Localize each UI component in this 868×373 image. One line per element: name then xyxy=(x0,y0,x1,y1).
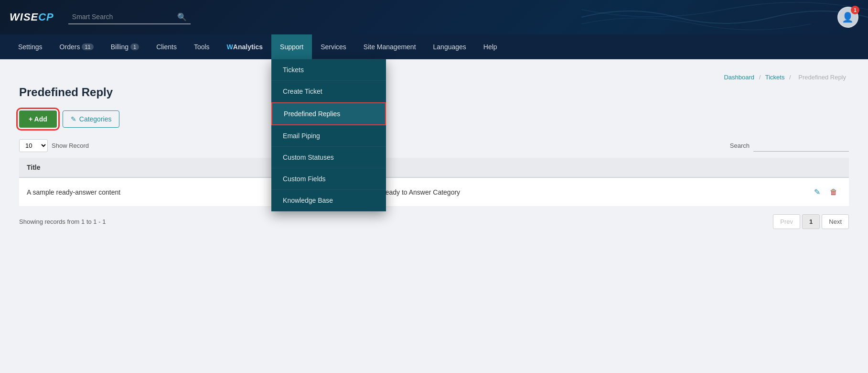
table-controls: 10 25 50 100 Show Record Search xyxy=(19,139,849,152)
pagination-area: Showing records from 1 to 1 - 1 Prev 1 N… xyxy=(19,214,849,229)
delete-button[interactable]: 🗑 xyxy=(826,185,841,199)
sidebar-item-tools[interactable]: Tools xyxy=(185,34,218,59)
sidebar-item-support[interactable]: Support xyxy=(271,34,312,59)
breadcrumb-sep2: / xyxy=(789,74,791,81)
sidebar-item-billing[interactable]: Billing 1 xyxy=(102,34,148,59)
search-control: Search xyxy=(730,140,849,152)
avatar[interactable]: 👤 1 xyxy=(837,7,858,28)
navbar: Settings Orders 11 Billing 1 Clients Too… xyxy=(0,34,868,59)
search-box: 🔍 xyxy=(68,11,191,24)
row-category: Sample Ready to Answer Category xyxy=(348,177,709,207)
search-label: Search xyxy=(730,142,750,149)
sidebar-item-site-management[interactable]: Site Management xyxy=(355,34,425,59)
main-content: Dashboard / Tickets / Predefined Reply P… xyxy=(0,59,868,373)
prev-page-button[interactable]: Prev xyxy=(773,214,800,229)
search-submit-button[interactable]: 🔍 xyxy=(177,12,187,22)
dropdown-item-create-ticket[interactable]: Create Ticket xyxy=(271,81,386,102)
breadcrumb-dashboard[interactable]: Dashboard xyxy=(724,74,754,81)
notification-badge: 1 xyxy=(851,6,859,14)
dropdown-item-tickets[interactable]: Tickets xyxy=(271,59,386,81)
data-table: Title Category A sample ready-answer con… xyxy=(19,158,849,207)
topbar: WISECP 🔍 👤 1 xyxy=(0,0,868,34)
sidebar-item-services[interactable]: Services xyxy=(312,34,355,59)
breadcrumb: Dashboard / Tickets / Predefined Reply xyxy=(19,74,849,81)
dropdown-item-custom-fields[interactable]: Custom Fields xyxy=(271,168,386,190)
pagination-buttons: Prev 1 Next xyxy=(773,214,849,229)
categories-button[interactable]: ✎ Categories xyxy=(63,110,120,128)
page-title: Predefined Reply xyxy=(19,86,849,99)
showing-records: Showing records from 1 to 1 - 1 xyxy=(19,218,106,225)
add-button[interactable]: + Add xyxy=(19,110,57,128)
sidebar-item-languages[interactable]: Languages xyxy=(425,34,475,59)
breadcrumb-current: Predefined Reply xyxy=(798,74,846,81)
topbar-right: 👤 1 xyxy=(837,7,858,28)
table-row: A sample ready-answer content Sample Rea… xyxy=(19,177,849,207)
dropdown-item-custom-statuses[interactable]: Custom Statuses xyxy=(271,147,386,168)
col-category: Category xyxy=(348,158,709,177)
table-search-input[interactable] xyxy=(753,140,849,152)
sidebar-item-help[interactable]: Help xyxy=(475,34,506,59)
toolbar: + Add ✎ Categories xyxy=(19,110,849,128)
next-page-button[interactable]: Next xyxy=(822,214,849,229)
breadcrumb-tickets[interactable]: Tickets xyxy=(765,74,785,81)
page-1-button[interactable]: 1 xyxy=(802,214,820,229)
dropdown-item-email-piping[interactable]: Email Piping xyxy=(271,125,386,147)
sidebar-item-orders[interactable]: Orders 11 xyxy=(51,34,102,59)
col-actions xyxy=(709,158,849,177)
sidebar-item-clients[interactable]: Clients xyxy=(148,34,185,59)
records-per-page: 10 25 50 100 Show Record xyxy=(19,139,89,152)
support-dropdown-container: Support Tickets Create Ticket Predefined… xyxy=(271,34,312,59)
search-input[interactable] xyxy=(72,13,177,21)
dropdown-item-predefined-replies[interactable]: Predefined Replies xyxy=(271,102,386,125)
sidebar-item-settings[interactable]: Settings xyxy=(10,34,51,59)
records-select[interactable]: 10 25 50 100 xyxy=(19,139,48,152)
edit-button[interactable]: ✎ xyxy=(810,185,824,199)
support-dropdown-menu: Tickets Create Ticket Predefined Replies… xyxy=(271,59,386,211)
billing-badge: 1 xyxy=(130,44,139,50)
orders-badge: 11 xyxy=(82,44,93,50)
breadcrumb-sep1: / xyxy=(759,74,761,81)
dropdown-item-knowledge-base[interactable]: Knowledge Base xyxy=(271,190,386,211)
row-actions: ✎ 🗑 xyxy=(709,177,849,207)
logo: WISECP xyxy=(10,11,54,23)
edit-icon: ✎ xyxy=(71,115,76,123)
sidebar-item-wanalytics[interactable]: WAnalytics xyxy=(218,34,271,59)
table-header-row: Title Category xyxy=(19,158,849,177)
show-record-label: Show Record xyxy=(52,142,89,149)
